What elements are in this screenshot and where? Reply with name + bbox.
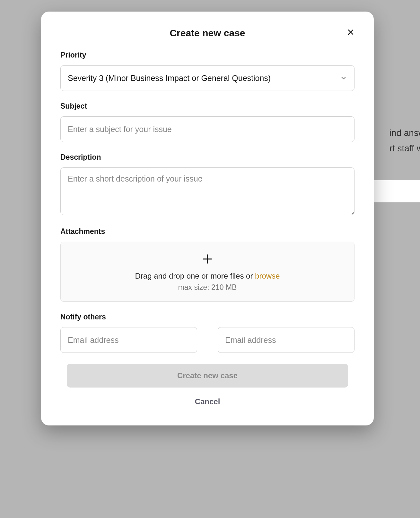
- cancel-button[interactable]: Cancel: [195, 397, 220, 406]
- priority-select[interactable]: Severity 3 (Minor Business Impact or Gen…: [60, 65, 354, 91]
- subject-input[interactable]: [60, 116, 354, 142]
- close-icon: [347, 28, 354, 36]
- priority-group: Priority Severity 3 (Minor Business Impa…: [60, 51, 354, 91]
- dropzone-text: Drag and drop one or more files or brows…: [67, 272, 348, 281]
- attachments-label: Attachments: [60, 227, 354, 236]
- modal-title: Create new case: [60, 28, 354, 39]
- notify-label: Notify others: [60, 313, 354, 321]
- priority-selected-value: Severity 3 (Minor Business Impact or Gen…: [68, 74, 340, 83]
- attachments-dropzone[interactable]: Drag and drop one or more files or brows…: [60, 242, 354, 302]
- notify-email-input-1[interactable]: [60, 327, 197, 353]
- attachments-group: Attachments Drag and drop one or more fi…: [60, 227, 354, 302]
- browse-link[interactable]: browse: [255, 272, 280, 280]
- chevron-down-icon: [340, 75, 347, 82]
- plus-icon: [202, 254, 213, 264]
- background-partial-text: ind answer rt staff will: [389, 125, 420, 156]
- dropzone-max-size: max size: 210 MB: [67, 283, 348, 292]
- create-case-button[interactable]: Create new case: [67, 364, 348, 388]
- modal-header: Create new case: [60, 28, 354, 39]
- create-case-modal: Create new case Priority Severity 3 (Min…: [41, 12, 374, 425]
- notify-email-row: [60, 327, 354, 353]
- dropzone-instruction: Drag and drop one or more files or: [135, 272, 255, 280]
- subject-group: Subject: [60, 102, 354, 142]
- notify-group: Notify others: [60, 313, 354, 353]
- description-label: Description: [60, 153, 354, 162]
- priority-label: Priority: [60, 51, 354, 59]
- description-textarea[interactable]: [60, 167, 354, 215]
- subject-label: Subject: [60, 102, 354, 111]
- description-group: Description: [60, 153, 354, 216]
- close-button[interactable]: [345, 26, 356, 38]
- notify-email-input-2[interactable]: [218, 327, 354, 353]
